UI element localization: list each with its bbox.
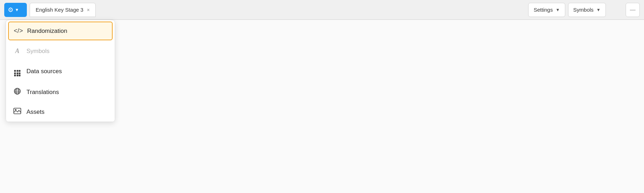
menu-item-randomization[interactable]: </> Randomization: [8, 22, 113, 40]
gear-dropdown-button[interactable]: ⚙ ▼: [4, 3, 27, 17]
symbols-letter-icon: A: [13, 47, 22, 55]
tab-title: English Key Stage 3: [36, 7, 83, 13]
svg-point-6: [15, 109, 17, 111]
toolbar-right: Settings ▼ Symbols ▼ —: [528, 3, 640, 17]
data-sources-icon: [13, 66, 22, 76]
tab-english-key-stage-3[interactable]: English Key Stage 3 ×: [30, 3, 96, 17]
translations-globe-icon: [13, 88, 22, 96]
tab-area: English Key Stage 3 ×: [30, 3, 528, 17]
menu-item-translations-label: Translations: [26, 89, 59, 96]
symbols-label: Symbols: [573, 7, 594, 13]
gear-icon: ⚙: [8, 6, 13, 14]
tab-close-icon[interactable]: ×: [87, 7, 90, 13]
main-content: </> Randomization A Symbols Data sources: [0, 20, 644, 193]
gear-chevron-icon: ▼: [15, 7, 19, 12]
randomization-icon: </>: [14, 27, 22, 35]
minimize-icon: —: [630, 7, 636, 13]
menu-item-symbols-label: Symbols: [26, 48, 49, 55]
menu-item-assets-label: Assets: [26, 109, 44, 116]
menu-item-data-sources-label: Data sources: [26, 68, 62, 75]
assets-image-icon: [13, 108, 22, 116]
settings-label: Settings: [533, 7, 553, 13]
settings-dropdown-button[interactable]: Settings ▼: [528, 3, 565, 17]
minimize-button[interactable]: —: [626, 3, 640, 17]
settings-chevron-icon: ▼: [556, 7, 560, 12]
menu-item-data-sources[interactable]: Data sources: [6, 60, 115, 82]
menu-item-assets[interactable]: Assets: [6, 102, 115, 122]
symbols-chevron-icon: ▼: [596, 7, 601, 12]
toolbar: ⚙ ▼ English Key Stage 3 × Settings ▼ Sym…: [0, 0, 644, 20]
gear-dropdown-menu: </> Randomization A Symbols Data sources: [6, 20, 115, 122]
menu-item-translations[interactable]: Translations: [6, 82, 115, 102]
menu-item-symbols[interactable]: A Symbols: [6, 42, 115, 60]
menu-item-randomization-label: Randomization: [27, 28, 67, 35]
symbols-dropdown-button[interactable]: Symbols ▼: [568, 3, 606, 17]
